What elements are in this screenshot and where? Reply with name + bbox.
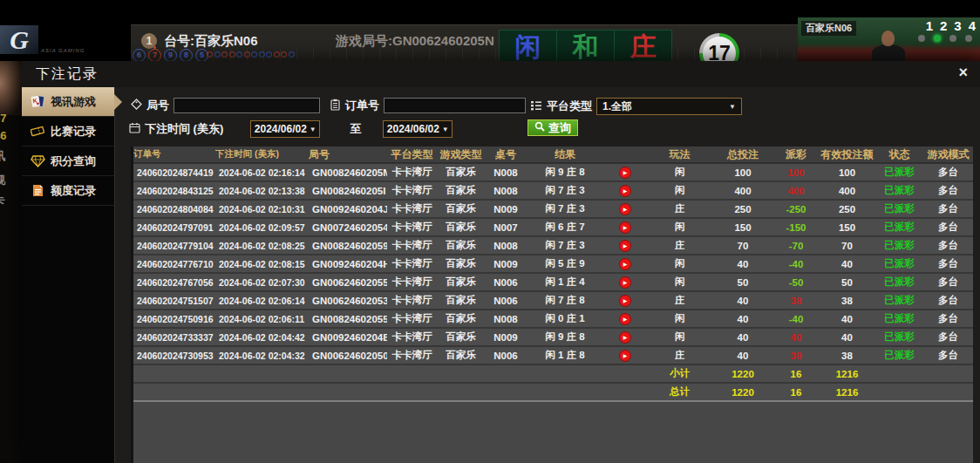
total-bet-cell: 40 xyxy=(712,296,773,306)
game-mode-cell: 多台 xyxy=(923,202,973,215)
sidebar-item-video-games[interactable]: K♥视讯游戏 xyxy=(22,87,114,117)
query-button[interactable]: 查询 xyxy=(527,119,578,136)
order-id-cell: 240602024750916 xyxy=(133,314,215,324)
game-type-cell: 百家乐 xyxy=(437,349,485,362)
sidebar-item-quota-records[interactable]: 额度记录 xyxy=(22,176,114,206)
replay-icon[interactable]: ▶ xyxy=(603,166,647,179)
game-type-cell: 百家乐 xyxy=(437,202,485,215)
order-field-label: 订单号 xyxy=(330,98,379,113)
calendar-icon xyxy=(129,122,140,136)
camera-dot xyxy=(918,35,925,42)
play-icon: ▶ xyxy=(619,276,631,289)
order-id-cell: 240602024874419 xyxy=(133,167,215,178)
replay-icon[interactable]: ▶ xyxy=(603,349,647,362)
column-header: 有效投注额 xyxy=(819,147,875,162)
play-type-cell: 闲 xyxy=(647,330,712,344)
platform-select-value: 1.全部 xyxy=(602,99,632,114)
replay-icon[interactable]: ▶ xyxy=(603,202,647,215)
video-thumbnail[interactable]: 百家乐N06 1234 xyxy=(798,17,980,61)
date-from-picker[interactable]: 2024/06/02 ▼ xyxy=(250,120,320,138)
camera-number[interactable]: 2 xyxy=(940,18,947,33)
big-bead: 9 xyxy=(164,49,177,62)
game-mode-cell: 多台 xyxy=(923,239,973,252)
play-icon: ▶ xyxy=(619,240,631,252)
valid-bet-cell: 38 xyxy=(819,296,875,306)
left-strip: 9746讯视卡 xyxy=(0,61,22,463)
bet-time-cell: 2024-06-02 02:04:42 xyxy=(215,332,309,343)
payout-cell: -250 xyxy=(773,204,819,214)
payout-cell: -150 xyxy=(773,222,819,233)
bet-time-cell: 2024-06-02 02:06:14 xyxy=(215,296,309,306)
date-to-picker[interactable]: 2024/06/02 ▼ xyxy=(383,120,453,138)
replay-icon[interactable]: ▶ xyxy=(603,184,647,197)
round-number-label: 游戏局号:GN0062460205N xyxy=(336,33,494,50)
status-cell: 已派彩 xyxy=(875,294,923,307)
replay-icon[interactable]: ▶ xyxy=(603,257,647,270)
game-type-cell: 百家乐 xyxy=(437,166,485,179)
camera-number[interactable]: 3 xyxy=(954,18,961,33)
camera-number[interactable]: 1 xyxy=(926,18,933,33)
sidebar-item-points-query[interactable]: 积分查询 xyxy=(22,146,114,176)
result-cell: 闲 7 庄 3 xyxy=(527,184,603,197)
platform-cell: 卡卡湾厅 xyxy=(387,202,437,215)
close-icon[interactable]: × xyxy=(958,64,968,82)
result-cell: 闲 7 庄 8 xyxy=(527,294,603,307)
round-id-cell: GN00624602055 xyxy=(309,277,387,288)
bead xyxy=(289,51,295,58)
platform-select[interactable]: 1.全部 ▼ xyxy=(596,98,742,115)
total-bet-cell: 150 xyxy=(712,222,773,233)
replay-icon[interactable]: ▶ xyxy=(603,276,647,289)
valid-bet-cell: 100 xyxy=(819,167,875,178)
order-input[interactable] xyxy=(384,98,526,113)
bet-panel-label: 和 xyxy=(573,31,599,63)
payout-cell: 38 xyxy=(773,351,819,361)
game-type-cell: 百家乐 xyxy=(437,239,485,252)
bead-row xyxy=(207,51,295,58)
bead xyxy=(281,51,287,58)
bet-panel-player[interactable]: 闲 xyxy=(499,30,557,63)
column-header: 订单号 xyxy=(133,148,215,160)
bet-time-cell: 2024-06-02 02:09:57 xyxy=(215,222,309,233)
modal-title: 下注记录 xyxy=(36,65,99,84)
summary-valid-bet: 1216 xyxy=(819,369,875,379)
platform-field-label: 平台类型 xyxy=(530,99,592,114)
betting-records-modal: 下注记录 × K♥视讯游戏比赛记录积分查询额度记录 局号 订单号 xyxy=(22,61,980,463)
round-field-label: 局号 xyxy=(131,98,169,113)
bead xyxy=(221,51,228,58)
game-mode-cell: 多台 xyxy=(923,276,973,289)
camera-number[interactable]: 4 xyxy=(969,18,976,33)
status-cell: 已派彩 xyxy=(875,166,923,179)
play-type-cell: 庄 xyxy=(647,239,712,252)
big-bead: 6 xyxy=(133,49,146,62)
total-bet-cell: 250 xyxy=(712,204,773,214)
table-no-cell: N006 xyxy=(485,296,527,306)
platform-cell: 卡卡湾厅 xyxy=(387,239,437,252)
bead xyxy=(207,51,213,58)
summary-payout: 16 xyxy=(773,369,819,379)
platform-cell: 卡卡湾厅 xyxy=(387,221,437,234)
camera-numbers: 1234 xyxy=(926,18,976,33)
bet-panel-tie[interactable]: 和 xyxy=(556,30,615,63)
round-input[interactable] xyxy=(174,98,320,113)
play-icon: ▶ xyxy=(619,295,631,307)
bead xyxy=(266,51,272,58)
document-icon xyxy=(30,184,45,197)
payout-cell: 100 xyxy=(773,167,819,178)
replay-icon[interactable]: ▶ xyxy=(603,221,647,234)
bet-panel-label: 庄 xyxy=(630,31,657,63)
platform-cell: 卡卡湾厅 xyxy=(387,184,437,197)
result-cell: 闲 1 庄 8 xyxy=(527,349,603,362)
modal-content: 局号 订单号 平台类型 xyxy=(115,87,980,463)
big-bead: 7 xyxy=(148,49,161,62)
replay-icon[interactable]: ▶ xyxy=(603,330,647,344)
table-row: 2406020247670562024-06-02 02:07:30GN0062… xyxy=(133,274,973,292)
round-id-cell: GN0092460204J xyxy=(309,204,387,214)
replay-icon[interactable]: ▶ xyxy=(603,239,647,252)
bet-panel-banker[interactable]: 庄 xyxy=(614,30,672,63)
replay-icon[interactable]: ▶ xyxy=(603,312,647,325)
sidebar-item-match-records[interactable]: 比赛记录 xyxy=(22,117,114,146)
valid-bet-cell: 150 xyxy=(819,222,875,233)
replay-icon[interactable]: ▶ xyxy=(603,294,647,307)
result-cell: 闲 5 庄 9 xyxy=(527,257,603,270)
total-bet-cell: 40 xyxy=(712,259,773,269)
